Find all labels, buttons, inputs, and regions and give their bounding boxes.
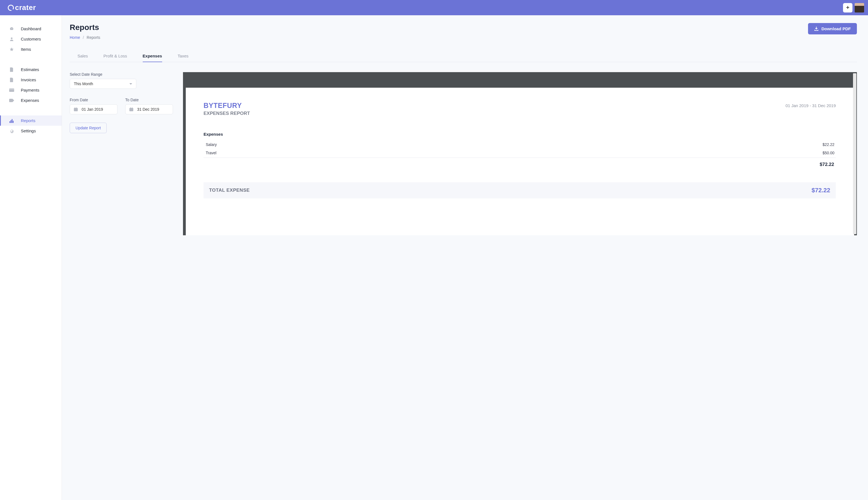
- sidebar-item-estimates[interactable]: Estimates: [0, 64, 62, 75]
- report-page: BYTEFURY EXPENSES REPORT 01 Jan 2019 - 3…: [186, 88, 854, 235]
- company-name: BYTEFURY: [203, 102, 250, 110]
- topbar: crater +: [0, 0, 868, 15]
- from-date-label: From Date: [70, 98, 118, 102]
- report-preview-frame: BYTEFURY EXPENSES REPORT 01 Jan 2019 - 3…: [183, 72, 857, 235]
- subtotal-amount: $72.22: [820, 162, 834, 167]
- calendar-icon: [130, 107, 133, 111]
- nav-group-1: Dashboard Customers Items: [0, 24, 62, 54]
- svg-rect-5: [12, 119, 12, 123]
- download-pdf-button[interactable]: Download PDF: [808, 23, 857, 34]
- date-inputs: From Date 01 Jan 2019 To Date 31 Dec 201…: [70, 98, 175, 114]
- expense-amount: $50.00: [822, 151, 834, 155]
- to-date-label: To Date: [125, 98, 173, 102]
- expense-list: Salary $22.22 Travel $50.00: [203, 140, 836, 157]
- svg-rect-9: [76, 107, 77, 109]
- date-range-select[interactable]: This Month: [70, 79, 136, 89]
- report-subtitle: EXPENSES REPORT: [203, 111, 250, 116]
- expense-row: Travel $50.00: [203, 149, 836, 157]
- svg-rect-4: [11, 120, 11, 123]
- sidebar-item-label: Reports: [21, 118, 35, 123]
- range-label: Select Date Range: [70, 72, 175, 77]
- sidebar-item-settings[interactable]: Settings: [0, 126, 62, 136]
- svg-rect-11: [130, 107, 131, 109]
- svg-rect-2: [9, 89, 14, 90]
- svg-rect-8: [75, 107, 75, 109]
- tab-profit-loss[interactable]: Profit & Loss: [103, 50, 127, 62]
- calendar-icon: [74, 107, 78, 111]
- sidebar-item-dashboard[interactable]: Dashboard: [0, 24, 62, 34]
- sidebar-item-label: Dashboard: [21, 26, 41, 31]
- expense-name: Salary: [206, 142, 217, 147]
- svg-rect-7: [74, 108, 78, 111]
- credit-card-icon: [9, 89, 14, 92]
- add-button[interactable]: +: [843, 3, 853, 12]
- plus-icon: +: [846, 4, 849, 11]
- svg-rect-1: [9, 89, 14, 92]
- sidebar-item-label: Items: [21, 47, 31, 52]
- sidebar-item-payments[interactable]: Payments: [0, 85, 62, 95]
- svg-rect-10: [130, 108, 133, 111]
- sidebar-item-invoices[interactable]: Invoices: [0, 75, 62, 85]
- breadcrumb-home[interactable]: Home: [70, 35, 80, 40]
- nav-group-2: Estimates Invoices Payments Expenses: [0, 64, 62, 105]
- download-icon: [814, 27, 819, 31]
- page-title: Reports: [70, 23, 100, 32]
- total-row: TOTAL EXPENSE $72.22: [203, 182, 836, 198]
- avatar[interactable]: [855, 3, 864, 12]
- total-amount: $72.22: [812, 187, 830, 194]
- gauge-icon: [9, 27, 14, 31]
- svg-rect-6: [13, 121, 14, 123]
- tag-icon: [9, 99, 14, 102]
- tab-taxes[interactable]: Taxes: [178, 50, 189, 62]
- scrollbar[interactable]: [853, 73, 856, 234]
- breadcrumb-current: Reports: [87, 35, 100, 40]
- gear-icon: [9, 129, 14, 133]
- chevron-down-icon: [130, 83, 132, 84]
- nav-group-3: Reports Settings: [0, 115, 62, 136]
- breadcrumb-separator: /: [83, 35, 84, 40]
- expense-amount: $22.22: [822, 142, 834, 147]
- sidebar-item-items[interactable]: Items: [0, 44, 62, 54]
- subtotal-row: $72.22: [203, 158, 836, 171]
- to-date-input[interactable]: 31 Dec 2019: [125, 104, 173, 114]
- tab-expenses[interactable]: Expenses: [143, 50, 162, 62]
- sidebar-item-reports[interactable]: Reports: [0, 115, 62, 126]
- sidebar-item-label: Settings: [21, 128, 36, 133]
- brand-logo[interactable]: crater: [8, 3, 36, 12]
- report-date-range: 01 Jan 2019 - 31 Dec 2019: [786, 103, 836, 108]
- filter-panel: Select Date Range This Month From Date 0…: [70, 72, 175, 235]
- from-date-input[interactable]: 01 Jan 2019: [70, 104, 118, 114]
- layout: Dashboard Customers Items Estimates Invo…: [0, 15, 868, 500]
- content-row: Select Date Range This Month From Date 0…: [70, 72, 857, 235]
- breadcrumb: Home / Reports: [70, 35, 100, 40]
- brand-name: crater: [15, 3, 36, 12]
- svg-rect-12: [132, 107, 132, 109]
- sidebar: Dashboard Customers Items Estimates Invo…: [0, 15, 62, 500]
- expenses-section-title: Expenses: [203, 132, 836, 137]
- main-content: Reports Home / Reports Download PDF Sale…: [62, 15, 868, 500]
- svg-point-0: [11, 37, 12, 39]
- tabs: Sales Profit & Loss Expenses Taxes: [70, 50, 857, 62]
- from-date-value: 01 Jan 2019: [82, 107, 103, 112]
- sidebar-item-label: Customers: [21, 37, 41, 41]
- file-lines-icon: [9, 78, 14, 82]
- file-icon: [9, 67, 14, 72]
- expense-row: Salary $22.22: [203, 140, 836, 149]
- sidebar-item-label: Expenses: [21, 98, 39, 103]
- svg-rect-3: [9, 121, 10, 123]
- tab-sales[interactable]: Sales: [77, 50, 88, 62]
- topbar-actions: +: [843, 3, 864, 12]
- sidebar-item-label: Payments: [21, 88, 40, 92]
- star-icon: [9, 47, 14, 52]
- sidebar-item-customers[interactable]: Customers: [0, 34, 62, 44]
- logo-icon: [8, 5, 14, 11]
- page-header: Reports Home / Reports Download PDF: [70, 23, 857, 40]
- sidebar-item-label: Estimates: [21, 67, 39, 72]
- bar-chart-icon: [9, 118, 14, 123]
- sidebar-item-label: Invoices: [21, 77, 36, 82]
- update-report-button[interactable]: Update Report: [70, 123, 107, 133]
- sidebar-item-expenses[interactable]: Expenses: [0, 95, 62, 105]
- range-value: This Month: [74, 82, 93, 86]
- report-header: BYTEFURY EXPENSES REPORT 01 Jan 2019 - 3…: [203, 102, 836, 116]
- download-label: Download PDF: [821, 26, 851, 31]
